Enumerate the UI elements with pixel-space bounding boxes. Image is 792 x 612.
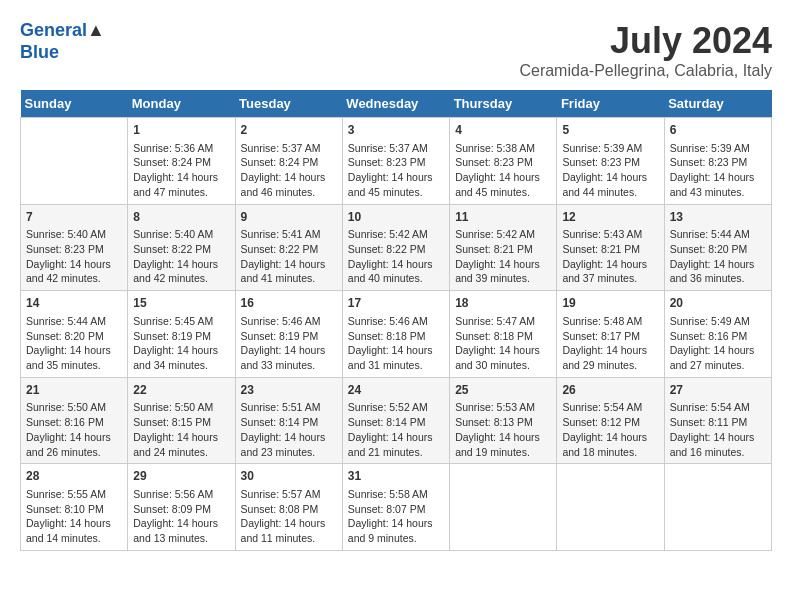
calendar-week-row: 7Sunrise: 5:40 AMSunset: 8:23 PMDaylight… xyxy=(21,204,772,291)
calendar-cell: 11Sunrise: 5:42 AMSunset: 8:21 PMDayligh… xyxy=(450,204,557,291)
calendar-week-row: 21Sunrise: 5:50 AMSunset: 8:16 PMDayligh… xyxy=(21,377,772,464)
day-number: 22 xyxy=(133,382,229,399)
calendar-cell: 9Sunrise: 5:41 AMSunset: 8:22 PMDaylight… xyxy=(235,204,342,291)
calendar-cell: 2Sunrise: 5:37 AMSunset: 8:24 PMDaylight… xyxy=(235,118,342,205)
calendar-header-row: SundayMondayTuesdayWednesdayThursdayFrid… xyxy=(21,90,772,118)
calendar-cell: 20Sunrise: 5:49 AMSunset: 8:16 PMDayligh… xyxy=(664,291,771,378)
day-number: 13 xyxy=(670,209,766,226)
calendar-cell: 17Sunrise: 5:46 AMSunset: 8:18 PMDayligh… xyxy=(342,291,449,378)
day-number: 24 xyxy=(348,382,444,399)
day-number: 23 xyxy=(241,382,337,399)
day-number: 6 xyxy=(670,122,766,139)
calendar-week-row: 1Sunrise: 5:36 AMSunset: 8:24 PMDaylight… xyxy=(21,118,772,205)
logo: General▲ Blue xyxy=(20,20,105,63)
calendar-cell: 23Sunrise: 5:51 AMSunset: 8:14 PMDayligh… xyxy=(235,377,342,464)
title-block: July 2024 Ceramida-Pellegrina, Calabria,… xyxy=(519,20,772,80)
calendar-cell: 29Sunrise: 5:56 AMSunset: 8:09 PMDayligh… xyxy=(128,464,235,551)
day-number: 25 xyxy=(455,382,551,399)
day-number: 19 xyxy=(562,295,658,312)
calendar-cell: 8Sunrise: 5:40 AMSunset: 8:22 PMDaylight… xyxy=(128,204,235,291)
calendar-cell: 26Sunrise: 5:54 AMSunset: 8:12 PMDayligh… xyxy=(557,377,664,464)
day-number: 1 xyxy=(133,122,229,139)
calendar-cell: 28Sunrise: 5:55 AMSunset: 8:10 PMDayligh… xyxy=(21,464,128,551)
calendar-cell: 19Sunrise: 5:48 AMSunset: 8:17 PMDayligh… xyxy=(557,291,664,378)
calendar-table: SundayMondayTuesdayWednesdayThursdayFrid… xyxy=(20,90,772,551)
day-number: 16 xyxy=(241,295,337,312)
calendar-cell: 16Sunrise: 5:46 AMSunset: 8:19 PMDayligh… xyxy=(235,291,342,378)
day-number: 10 xyxy=(348,209,444,226)
day-number: 27 xyxy=(670,382,766,399)
calendar-cell: 3Sunrise: 5:37 AMSunset: 8:23 PMDaylight… xyxy=(342,118,449,205)
day-number: 28 xyxy=(26,468,122,485)
day-number: 20 xyxy=(670,295,766,312)
calendar-cell: 14Sunrise: 5:44 AMSunset: 8:20 PMDayligh… xyxy=(21,291,128,378)
day-number: 17 xyxy=(348,295,444,312)
col-header-saturday: Saturday xyxy=(664,90,771,118)
calendar-cell: 31Sunrise: 5:58 AMSunset: 8:07 PMDayligh… xyxy=(342,464,449,551)
day-number: 4 xyxy=(455,122,551,139)
calendar-cell: 24Sunrise: 5:52 AMSunset: 8:14 PMDayligh… xyxy=(342,377,449,464)
calendar-cell: 1Sunrise: 5:36 AMSunset: 8:24 PMDaylight… xyxy=(128,118,235,205)
page-header: General▲ Blue July 2024 Ceramida-Pellegr… xyxy=(20,20,772,80)
day-number: 9 xyxy=(241,209,337,226)
day-number: 30 xyxy=(241,468,337,485)
col-header-sunday: Sunday xyxy=(21,90,128,118)
col-header-monday: Monday xyxy=(128,90,235,118)
calendar-cell: 12Sunrise: 5:43 AMSunset: 8:21 PMDayligh… xyxy=(557,204,664,291)
calendar-cell: 30Sunrise: 5:57 AMSunset: 8:08 PMDayligh… xyxy=(235,464,342,551)
calendar-cell: 6Sunrise: 5:39 AMSunset: 8:23 PMDaylight… xyxy=(664,118,771,205)
calendar-cell: 13Sunrise: 5:44 AMSunset: 8:20 PMDayligh… xyxy=(664,204,771,291)
calendar-cell: 18Sunrise: 5:47 AMSunset: 8:18 PMDayligh… xyxy=(450,291,557,378)
calendar-cell: 25Sunrise: 5:53 AMSunset: 8:13 PMDayligh… xyxy=(450,377,557,464)
month-year: July 2024 xyxy=(519,20,772,62)
day-number: 8 xyxy=(133,209,229,226)
day-number: 12 xyxy=(562,209,658,226)
calendar-cell: 7Sunrise: 5:40 AMSunset: 8:23 PMDaylight… xyxy=(21,204,128,291)
calendar-cell: 21Sunrise: 5:50 AMSunset: 8:16 PMDayligh… xyxy=(21,377,128,464)
calendar-cell xyxy=(557,464,664,551)
calendar-cell: 10Sunrise: 5:42 AMSunset: 8:22 PMDayligh… xyxy=(342,204,449,291)
calendar-cell: 5Sunrise: 5:39 AMSunset: 8:23 PMDaylight… xyxy=(557,118,664,205)
calendar-cell: 15Sunrise: 5:45 AMSunset: 8:19 PMDayligh… xyxy=(128,291,235,378)
calendar-cell: 27Sunrise: 5:54 AMSunset: 8:11 PMDayligh… xyxy=(664,377,771,464)
col-header-wednesday: Wednesday xyxy=(342,90,449,118)
day-number: 5 xyxy=(562,122,658,139)
day-number: 31 xyxy=(348,468,444,485)
day-number: 11 xyxy=(455,209,551,226)
day-number: 26 xyxy=(562,382,658,399)
calendar-cell: 4Sunrise: 5:38 AMSunset: 8:23 PMDaylight… xyxy=(450,118,557,205)
day-number: 29 xyxy=(133,468,229,485)
col-header-thursday: Thursday xyxy=(450,90,557,118)
day-number: 2 xyxy=(241,122,337,139)
day-number: 3 xyxy=(348,122,444,139)
col-header-friday: Friday xyxy=(557,90,664,118)
calendar-week-row: 28Sunrise: 5:55 AMSunset: 8:10 PMDayligh… xyxy=(21,464,772,551)
calendar-cell: 22Sunrise: 5:50 AMSunset: 8:15 PMDayligh… xyxy=(128,377,235,464)
logo-text: General▲ Blue xyxy=(20,20,105,63)
col-header-tuesday: Tuesday xyxy=(235,90,342,118)
day-number: 21 xyxy=(26,382,122,399)
calendar-week-row: 14Sunrise: 5:44 AMSunset: 8:20 PMDayligh… xyxy=(21,291,772,378)
location: Ceramida-Pellegrina, Calabria, Italy xyxy=(519,62,772,80)
day-number: 14 xyxy=(26,295,122,312)
day-number: 18 xyxy=(455,295,551,312)
calendar-cell xyxy=(21,118,128,205)
calendar-cell xyxy=(664,464,771,551)
calendar-cell xyxy=(450,464,557,551)
day-number: 7 xyxy=(26,209,122,226)
day-number: 15 xyxy=(133,295,229,312)
